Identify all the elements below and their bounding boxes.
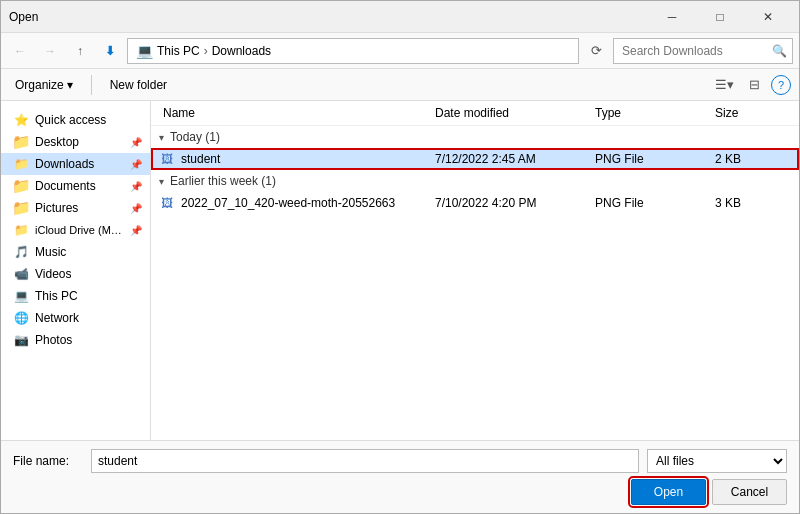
download-arrow-button[interactable]: ⬇ bbox=[97, 38, 123, 64]
filename-label: File name: bbox=[13, 454, 83, 468]
search-wrapper: 🔍 bbox=[613, 38, 793, 64]
path-thispc: This PC bbox=[157, 44, 200, 58]
student-size: 2 KB bbox=[711, 152, 791, 166]
sidebar-item-quick-access[interactable]: ⭐ Quick access bbox=[1, 109, 150, 131]
path-separator: › bbox=[204, 44, 208, 58]
col-header-type[interactable]: Type bbox=[591, 103, 711, 123]
icloud-pin-icon: 📌 bbox=[130, 225, 142, 236]
column-headers: Name Date modified Type Size bbox=[151, 101, 799, 126]
file-name-student: 🖼 student bbox=[159, 151, 431, 167]
address-bar: ← → ↑ ⬇ 💻 This PC › Downloads ⟳ 🔍 bbox=[1, 33, 799, 69]
sidebar-item-thispc[interactable]: 💻 This PC bbox=[1, 285, 150, 307]
sidebar-item-icloud[interactable]: 📁 iCloud Drive (Me… 📌 bbox=[1, 219, 150, 241]
moth-type: PNG File bbox=[591, 196, 711, 210]
minimize-button[interactable]: ─ bbox=[649, 1, 695, 33]
sidebar-item-music[interactable]: 🎵 Music bbox=[1, 241, 150, 263]
section-earlier-label: Earlier this week (1) bbox=[170, 174, 276, 188]
new-folder-label: New folder bbox=[110, 78, 167, 92]
downloads-pin-icon: 📌 bbox=[130, 159, 142, 170]
open-button[interactable]: Open bbox=[631, 479, 706, 505]
organize-label: Organize bbox=[15, 78, 64, 92]
forward-button[interactable]: → bbox=[37, 38, 63, 64]
refresh-button[interactable]: ⟳ bbox=[583, 38, 609, 64]
search-icon: 🔍 bbox=[772, 44, 787, 58]
sidebar-item-desktop[interactable]: 📁 Desktop 📌 bbox=[1, 131, 150, 153]
student-file-icon: 🖼 bbox=[159, 151, 175, 167]
filename-input[interactable] bbox=[91, 449, 639, 473]
help-button[interactable]: ? bbox=[771, 75, 791, 95]
open-dialog: Open ─ □ ✕ ← → ↑ ⬇ 💻 This PC › Downloads… bbox=[0, 0, 800, 514]
student-type: PNG File bbox=[591, 152, 711, 166]
sidebar-item-downloads[interactable]: 📁 Downloads 📌 bbox=[1, 153, 150, 175]
main-area: ⭐ Quick access 📁 Desktop 📌 📁 Downloads 📌… bbox=[1, 101, 799, 440]
sidebar-item-documents[interactable]: 📁 Documents 📌 bbox=[1, 175, 150, 197]
sidebar-label-videos: Videos bbox=[35, 267, 71, 281]
file-row-student[interactable]: 🖼 student 7/12/2022 2:45 AM PNG File 2 K… bbox=[151, 148, 799, 170]
sidebar-label-network: Network bbox=[35, 311, 79, 325]
close-button[interactable]: ✕ bbox=[745, 1, 791, 33]
cancel-button[interactable]: Cancel bbox=[712, 479, 787, 505]
sidebar-item-network[interactable]: 🌐 Network bbox=[1, 307, 150, 329]
network-icon: 🌐 bbox=[13, 310, 29, 326]
organize-button[interactable]: Organize ▾ bbox=[9, 72, 79, 98]
computer-icon: 💻 bbox=[136, 43, 153, 59]
content-area: Name Date modified Type Size ▾ Today (1)… bbox=[151, 101, 799, 440]
filetype-select[interactable]: All files PNG Files JPEG Files bbox=[647, 449, 787, 473]
sidebar-label-music: Music bbox=[35, 245, 66, 259]
file-name-moth: 🖼 2022_07_10_420-weed-moth-20552663 bbox=[159, 195, 431, 211]
moth-date: 7/10/2022 4:20 PM bbox=[431, 196, 591, 210]
file-row-moth[interactable]: 🖼 2022_07_10_420-weed-moth-20552663 7/10… bbox=[151, 192, 799, 214]
sidebar-item-pictures[interactable]: 📁 Pictures 📌 bbox=[1, 197, 150, 219]
col-header-name[interactable]: Name bbox=[159, 103, 431, 123]
action-row: Open Cancel bbox=[13, 479, 787, 505]
documents-pin-icon: 📌 bbox=[130, 181, 142, 192]
maximize-button[interactable]: □ bbox=[697, 1, 743, 33]
title-bar-buttons: ─ □ ✕ bbox=[649, 1, 791, 33]
moth-size: 3 KB bbox=[711, 196, 791, 210]
sidebar-label-thispc: This PC bbox=[35, 289, 78, 303]
view-toggle-button[interactable]: ☰▾ bbox=[711, 72, 737, 98]
sidebar-item-videos[interactable]: 📹 Videos bbox=[1, 263, 150, 285]
search-input[interactable] bbox=[613, 38, 793, 64]
quick-access-icon: ⭐ bbox=[13, 112, 29, 128]
pictures-folder-icon: 📁 bbox=[13, 200, 29, 216]
moth-filename: 2022_07_10_420-weed-moth-20552663 bbox=[181, 196, 395, 210]
photos-icon: 📷 bbox=[13, 332, 29, 348]
section-earlier[interactable]: ▾ Earlier this week (1) bbox=[151, 170, 799, 192]
up-button[interactable]: ↑ bbox=[67, 38, 93, 64]
thispc-icon: 💻 bbox=[13, 288, 29, 304]
desktop-pin-icon: 📌 bbox=[130, 137, 142, 148]
col-header-size[interactable]: Size bbox=[711, 103, 791, 123]
pane-toggle-button[interactable]: ⊟ bbox=[741, 72, 767, 98]
pictures-pin-icon: 📌 bbox=[130, 203, 142, 214]
bottom-bar: File name: All files PNG Files JPEG File… bbox=[1, 440, 799, 513]
section-today[interactable]: ▾ Today (1) bbox=[151, 126, 799, 148]
student-date: 7/12/2022 2:45 AM bbox=[431, 152, 591, 166]
sidebar-label-desktop: Desktop bbox=[35, 135, 79, 149]
sidebar-label-downloads: Downloads bbox=[35, 157, 94, 171]
downloads-folder-icon: 📁 bbox=[13, 156, 29, 172]
desktop-folder-icon: 📁 bbox=[13, 134, 29, 150]
sidebar-label-pictures: Pictures bbox=[35, 201, 78, 215]
today-chevron-icon: ▾ bbox=[159, 132, 164, 143]
sidebar-label-icloud: iCloud Drive (Me… bbox=[35, 224, 124, 236]
path-downloads: Downloads bbox=[212, 44, 271, 58]
filename-row: File name: All files PNG Files JPEG File… bbox=[13, 449, 787, 473]
moth-file-icon: 🖼 bbox=[159, 195, 175, 211]
back-button[interactable]: ← bbox=[7, 38, 33, 64]
videos-icon: 📹 bbox=[13, 266, 29, 282]
toolbar-separator bbox=[91, 75, 92, 95]
title-bar: Open ─ □ ✕ bbox=[1, 1, 799, 33]
sidebar: ⭐ Quick access 📁 Desktop 📌 📁 Downloads 📌… bbox=[1, 101, 151, 440]
student-filename: student bbox=[181, 152, 220, 166]
section-today-label: Today (1) bbox=[170, 130, 220, 144]
sidebar-item-photos[interactable]: 📷 Photos bbox=[1, 329, 150, 351]
toolbar-right: ☰▾ ⊟ ? bbox=[711, 72, 791, 98]
col-header-date[interactable]: Date modified bbox=[431, 103, 591, 123]
sidebar-label-quick-access: Quick access bbox=[35, 113, 106, 127]
sidebar-label-photos: Photos bbox=[35, 333, 72, 347]
address-path[interactable]: 💻 This PC › Downloads bbox=[127, 38, 579, 64]
icloud-icon: 📁 bbox=[13, 222, 29, 238]
new-folder-button[interactable]: New folder bbox=[104, 72, 173, 98]
toolbar: Organize ▾ New folder ☰▾ ⊟ ? bbox=[1, 69, 799, 101]
